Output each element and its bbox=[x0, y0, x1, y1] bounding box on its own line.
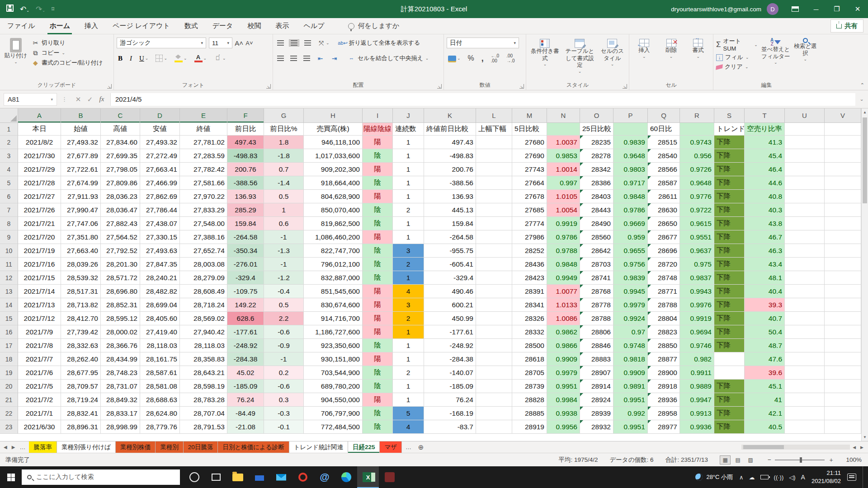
cell[interactable]: 28885 bbox=[512, 407, 547, 420]
cell[interactable]: 28,279.09 bbox=[180, 271, 227, 285]
cell[interactable]: 28,779.76 bbox=[140, 420, 180, 434]
cell[interactable]: 46.3 bbox=[745, 244, 785, 258]
cell[interactable]: 285.29 bbox=[227, 203, 264, 217]
cell[interactable]: 0.6 bbox=[264, 217, 304, 230]
cell[interactable]: -276.01 bbox=[227, 258, 264, 271]
column-header-c[interactable]: C bbox=[101, 108, 140, 123]
browser-button[interactable] bbox=[292, 466, 314, 488]
phonetic-guide-button[interactable]: 亜́⌄ bbox=[212, 54, 227, 63]
cell[interactable]: 28705 bbox=[512, 366, 547, 380]
sheet-nav[interactable]: ◀▶… bbox=[0, 441, 29, 453]
store-button[interactable] bbox=[249, 466, 270, 488]
undo-icon[interactable]: ↶⌄ bbox=[20, 5, 29, 14]
cell[interactable]: 28936 bbox=[648, 393, 680, 407]
cell[interactable]: 28,118.03 bbox=[140, 339, 180, 352]
cell[interactable]: 28,036.23 bbox=[101, 190, 140, 203]
cell[interactable]: 28,998.99 bbox=[101, 420, 140, 434]
start-button[interactable] bbox=[0, 466, 22, 488]
cell[interactable]: 28919 bbox=[512, 420, 547, 434]
row-header[interactable]: 20 bbox=[0, 380, 18, 393]
cell[interactable]: 28611 bbox=[648, 190, 680, 203]
select-all-corner[interactable] bbox=[0, 108, 18, 123]
cell[interactable]: 28,677.95 bbox=[61, 366, 101, 380]
cell[interactable]: 28,000.02 bbox=[101, 325, 140, 339]
cell[interactable]: 40.5 bbox=[745, 420, 785, 434]
maximize-button[interactable]: ❐ bbox=[826, 0, 847, 18]
cell[interactable]: 28748 bbox=[648, 271, 680, 285]
cell[interactable]: 28828 bbox=[512, 393, 547, 407]
cell[interactable]: -284.38 bbox=[227, 352, 264, 366]
cell[interactable] bbox=[785, 176, 825, 190]
cell[interactable] bbox=[476, 149, 512, 163]
cell[interactable]: 42.1 bbox=[745, 407, 785, 420]
cell[interactable]: 28914 bbox=[580, 380, 613, 393]
cell[interactable]: 28,358.83 bbox=[180, 352, 227, 366]
number-dialog-launcher-icon[interactable] bbox=[519, 84, 524, 89]
vertical-scrollbar[interactable]: ▲ ▼ bbox=[861, 108, 868, 441]
cell[interactable]: 39.3 bbox=[745, 298, 785, 312]
formula-input[interactable]: 2021/4/5 bbox=[110, 93, 855, 106]
cell[interactable]: 46.4 bbox=[745, 163, 785, 176]
column-header-e[interactable]: E bbox=[180, 108, 227, 123]
cell[interactable]: 0.9956 bbox=[547, 420, 580, 434]
cell[interactable]: 3 bbox=[393, 298, 424, 312]
share-button[interactable]: 共有 bbox=[830, 19, 863, 33]
cell[interactable]: 2021/6/30 bbox=[18, 420, 61, 434]
cell[interactable] bbox=[825, 217, 861, 230]
cell[interactable]: 0.7 bbox=[264, 163, 304, 176]
cell[interactable]: 1 bbox=[393, 339, 424, 352]
cell[interactable] bbox=[476, 285, 512, 298]
cell[interactable] bbox=[785, 258, 825, 271]
insert-cells-button[interactable]: ← 挿入⌄ bbox=[632, 37, 656, 59]
cell[interactable]: 27,548.00 bbox=[180, 217, 227, 230]
header-cell-f[interactable]: 前日比 bbox=[227, 123, 264, 136]
tab-page-layout[interactable]: ページ レイアウト bbox=[105, 18, 177, 34]
cell[interactable]: -955.75 bbox=[424, 244, 476, 258]
cell[interactable]: 陽 bbox=[363, 230, 393, 244]
cell[interactable]: 28560 bbox=[580, 230, 613, 244]
cell[interactable] bbox=[825, 312, 861, 325]
cell[interactable]: 27,970.22 bbox=[180, 190, 227, 203]
cell[interactable]: -264.58 bbox=[227, 230, 264, 244]
cell[interactable]: 39.6 bbox=[745, 366, 785, 380]
increase-indent-button[interactable]: ⇥ bbox=[329, 54, 340, 63]
cell[interactable]: 下降 bbox=[714, 258, 745, 271]
sheet-tab-4[interactable]: 20日騰落 bbox=[184, 441, 218, 453]
zoom-in-icon[interactable]: ＋ bbox=[828, 456, 835, 464]
percent-style-button[interactable]: % bbox=[467, 54, 476, 63]
cell[interactable]: 28436 bbox=[512, 258, 547, 271]
cell[interactable]: 28720 bbox=[648, 258, 680, 271]
cell[interactable]: -83.7 bbox=[424, 420, 476, 434]
header-cell-k[interactable]: 終値前日比較 bbox=[424, 123, 476, 136]
format-painter-button[interactable]: ◆書式のコピー/貼り付け bbox=[32, 59, 103, 67]
cell[interactable]: 0.9919 bbox=[547, 217, 580, 230]
cell[interactable]: 0.9748 bbox=[613, 339, 648, 352]
cell[interactable]: -0.1 bbox=[264, 420, 304, 434]
cell[interactable]: 28,240.21 bbox=[140, 271, 180, 285]
cell[interactable]: 2 bbox=[393, 312, 424, 325]
header-cell-l[interactable]: 上幅下幅 bbox=[476, 123, 512, 136]
cell[interactable]: 0.9866 bbox=[547, 339, 580, 352]
cell[interactable] bbox=[825, 244, 861, 258]
cell[interactable]: 27,798.05 bbox=[101, 163, 140, 176]
cell[interactable]: 陽 bbox=[363, 393, 393, 407]
header-cell-e[interactable]: 終値 bbox=[180, 123, 227, 136]
column-header-r[interactable]: R bbox=[680, 108, 714, 123]
cell[interactable] bbox=[476, 190, 512, 203]
header-cell-v[interactable] bbox=[825, 123, 861, 136]
cell[interactable]: 27,747.06 bbox=[61, 217, 101, 230]
cell[interactable] bbox=[476, 366, 512, 380]
confirm-entry-icon[interactable]: ✓ bbox=[84, 95, 96, 103]
increase-decimal-button[interactable]: ←.0.00 bbox=[490, 53, 500, 64]
cell[interactable] bbox=[785, 393, 825, 407]
tab-formulas[interactable]: 数式 bbox=[177, 18, 205, 34]
horizontal-scroll-track[interactable] bbox=[741, 445, 850, 450]
cell[interactable] bbox=[785, 244, 825, 258]
cell[interactable]: 1.8 bbox=[264, 136, 304, 149]
account-email[interactable]: dryourtearswithlove1@gmail.com bbox=[671, 6, 761, 13]
cell[interactable]: 28566 bbox=[648, 163, 680, 176]
conditional-formatting-button[interactable]: 条件付き書式⌄ bbox=[529, 37, 561, 74]
cell[interactable]: 772,484,500 bbox=[304, 420, 363, 434]
cell[interactable]: -1.8 bbox=[264, 149, 304, 163]
cell[interactable]: 28,595.12 bbox=[101, 312, 140, 325]
